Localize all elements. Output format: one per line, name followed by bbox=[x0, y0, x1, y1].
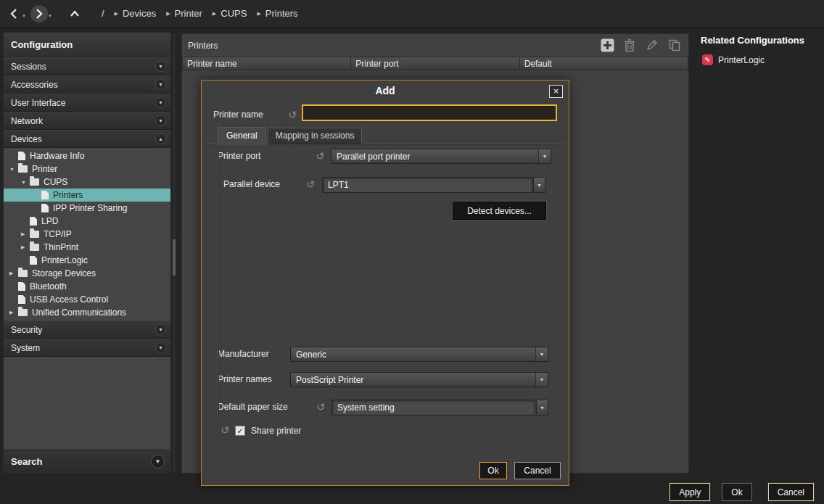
tree-label: CUPS bbox=[44, 177, 67, 187]
breadcrumb-item-printers[interactable]: ▶ Printers bbox=[257, 8, 297, 19]
chevron-down-icon: ▼ bbox=[155, 61, 166, 72]
tree-item-printers[interactable]: Printers bbox=[4, 189, 170, 202]
printer-port-label: Printer port bbox=[218, 149, 260, 164]
tree-label: Printers bbox=[53, 190, 83, 200]
plus-icon bbox=[601, 38, 614, 52]
footer-actions: Apply Ok Cancel bbox=[670, 483, 814, 501]
forward-history-caret[interactable]: ▼ bbox=[48, 14, 52, 18]
duplicate-button[interactable] bbox=[667, 37, 683, 53]
breadcrumb-item-devices[interactable]: ▶ Devices bbox=[115, 8, 157, 19]
column-printer-name[interactable]: Printer name bbox=[182, 57, 351, 70]
tree-label: LPD bbox=[41, 216, 58, 226]
section-label: Devices bbox=[11, 134, 42, 144]
tree-item-printerlogic[interactable]: PrinterLogic bbox=[4, 254, 170, 267]
chevron-up-icon: ▲ bbox=[155, 133, 166, 144]
reset-icon[interactable]: ↺ bbox=[219, 423, 231, 438]
sidebar-item-devices[interactable]: Devices ▲ bbox=[4, 130, 170, 148]
expanded-arrow-icon[interactable]: ▼ bbox=[9, 167, 18, 172]
cancel-button[interactable]: Cancel bbox=[768, 483, 814, 501]
chevron-down-icon: ▼ bbox=[538, 149, 551, 163]
detect-devices-button[interactable]: Detect devices... bbox=[453, 202, 546, 220]
edit-button[interactable] bbox=[644, 37, 660, 53]
tree-item-lpd[interactable]: LPD bbox=[4, 215, 170, 228]
close-icon[interactable]: × bbox=[549, 85, 563, 98]
devices-tree: Hardware Info ▼ Printer ▼ CUPS Printers … bbox=[4, 148, 170, 321]
manufacturer-select[interactable]: Generic ▼ bbox=[290, 347, 548, 362]
sidebar-title: Configuration bbox=[4, 33, 170, 57]
tab-frame-left-line bbox=[218, 144, 218, 421]
reset-icon[interactable]: ↺ bbox=[315, 400, 326, 415]
related-item-printerlogic[interactable]: ✎ PrinterLogic bbox=[702, 54, 824, 65]
sidebar-item-user-interface[interactable]: User Interface ▼ bbox=[4, 94, 170, 112]
sidebar-item-security[interactable]: Security ▼ bbox=[4, 321, 170, 339]
up-button[interactable] bbox=[67, 5, 83, 22]
tree-label: Unified Communications bbox=[32, 307, 126, 318]
default-paper-size-input[interactable]: System setting bbox=[331, 400, 535, 416]
tree-item-hardware-info[interactable]: Hardware Info bbox=[4, 149, 170, 162]
add-dialog: Add × Printer name ↺ General Mapping in … bbox=[201, 80, 569, 486]
breadcrumb-item-cups[interactable]: ▶ CUPS bbox=[213, 8, 247, 19]
dialog-cancel-button[interactable]: Cancel bbox=[514, 462, 561, 479]
collapsed-arrow-icon[interactable]: ▶ bbox=[21, 231, 30, 237]
apply-button[interactable]: Apply bbox=[670, 483, 710, 501]
tree-item-tcpip[interactable]: ▶ TCP/IP bbox=[4, 228, 170, 241]
column-default[interactable]: Default bbox=[520, 57, 688, 70]
collapsed-arrow-icon[interactable]: ▶ bbox=[21, 244, 30, 250]
chevron-down-icon: ▼ bbox=[535, 347, 548, 361]
parallel-device-input[interactable]: LPT1 bbox=[322, 177, 532, 193]
breadcrumb: / ▶ Devices ▶ Printer ▶ CUPS ▶ Printers bbox=[102, 8, 298, 19]
tree-item-cups[interactable]: ▼ CUPS bbox=[4, 175, 170, 189]
column-printer-port[interactable]: Printer port bbox=[351, 57, 519, 70]
configuration-sidebar: Configuration Sessions ▼ Accessories ▼ U… bbox=[3, 32, 171, 474]
default-paper-size-label: Default paper size bbox=[218, 400, 288, 415]
forward-button[interactable] bbox=[30, 5, 48, 22]
folder-icon bbox=[18, 165, 28, 173]
dialog-ok-button[interactable]: Ok bbox=[479, 462, 507, 479]
tree-item-ipp-printer-sharing[interactable]: IPP Printer Sharing bbox=[4, 202, 170, 215]
tab-mapping-in-sessions[interactable]: Mapping in sessions bbox=[268, 128, 363, 144]
breadcrumb-item-printer[interactable]: ▶ Printer bbox=[166, 8, 202, 19]
parallel-device-dropdown-button[interactable]: ▼ bbox=[533, 177, 545, 193]
ok-button[interactable]: Ok bbox=[722, 483, 751, 501]
sidebar-item-system[interactable]: System ▼ bbox=[4, 339, 170, 357]
tree-item-storage-devices[interactable]: ▶ Storage Devices bbox=[4, 267, 170, 280]
printer-port-select[interactable]: Parallel port printer ▼ bbox=[331, 149, 551, 164]
tree-item-unified-communications[interactable]: ▶ Unified Communications bbox=[4, 306, 170, 319]
reset-icon[interactable]: ↺ bbox=[305, 177, 316, 192]
search-panel-toggle[interactable]: Search ▼ bbox=[4, 450, 170, 473]
back-history-caret[interactable]: ▼ bbox=[22, 14, 26, 18]
collapsed-arrow-icon[interactable]: ▶ bbox=[9, 310, 18, 315]
sidebar-item-sessions[interactable]: Sessions ▼ bbox=[4, 57, 170, 75]
delete-button[interactable] bbox=[622, 37, 638, 53]
back-button[interactable] bbox=[6, 5, 22, 22]
document-icon bbox=[18, 152, 25, 160]
share-printer-checkbox[interactable]: ✓ bbox=[235, 426, 245, 436]
reset-icon[interactable]: ↺ bbox=[314, 149, 326, 164]
section-label: Accessories bbox=[11, 80, 58, 90]
default-paper-size-dropdown-button[interactable]: ▼ bbox=[536, 400, 548, 416]
printer-name-input[interactable] bbox=[302, 104, 557, 121]
sidebar-item-accessories[interactable]: Accessories ▼ bbox=[4, 75, 170, 94]
tree-label: Hardware Info bbox=[30, 151, 84, 161]
dialog-tabs: General Mapping in sessions bbox=[218, 127, 363, 144]
breadcrumb-root[interactable]: / bbox=[102, 8, 104, 19]
breadcrumb-label: Devices bbox=[123, 8, 156, 19]
add-button[interactable] bbox=[599, 37, 615, 53]
tree-item-printer[interactable]: ▼ Printer bbox=[4, 162, 170, 175]
manufacturer-value: Generic bbox=[291, 350, 535, 360]
tab-general[interactable]: General bbox=[218, 127, 266, 145]
expanded-arrow-icon[interactable]: ▼ bbox=[21, 180, 30, 185]
collapsed-arrow-icon[interactable]: ▶ bbox=[9, 270, 18, 276]
sidebar-scrollbar[interactable] bbox=[173, 33, 176, 472]
printers-toolbar bbox=[599, 37, 683, 53]
chevron-down-icon: ▼ bbox=[151, 455, 165, 468]
sidebar-item-network[interactable]: Network ▼ bbox=[4, 112, 170, 130]
tree-label: Storage Devices bbox=[32, 268, 96, 278]
tree-item-usb-access-control[interactable]: USB Access Control bbox=[4, 293, 170, 306]
reset-icon[interactable]: ↺ bbox=[287, 107, 298, 123]
scrollbar-handle[interactable] bbox=[173, 239, 176, 276]
tree-item-bluetooth[interactable]: Bluetooth bbox=[4, 280, 170, 293]
printer-names-label: Printer names bbox=[218, 372, 272, 387]
tree-item-thinprint[interactable]: ▶ ThinPrint bbox=[4, 241, 170, 254]
printer-names-select[interactable]: PostScript Printer ▼ bbox=[290, 372, 548, 387]
